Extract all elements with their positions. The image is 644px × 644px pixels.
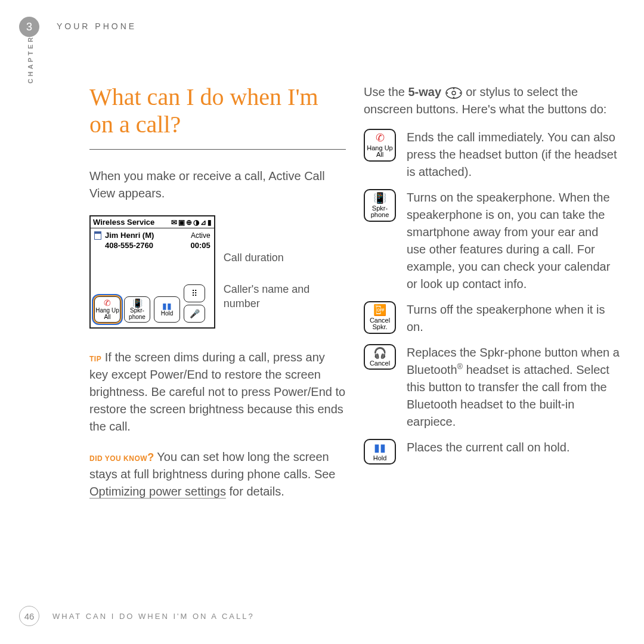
chapter-side-label: CHAPTER xyxy=(27,35,34,83)
svg-point-1 xyxy=(452,91,456,95)
phone-hangup-icon: ✆ xyxy=(104,299,111,308)
footer-title: WHAT CAN I DO WHEN I'M ON A CALL? xyxy=(52,612,255,621)
active-call-figure: Wireless Service ✉ ▣ ⊕ ◑ ⊿ ▮ Jim Henri (… xyxy=(89,215,346,329)
dialpad-icon: ⠿ xyxy=(191,289,197,298)
phone-status-icons: ✉ ▣ ⊕ ◑ ⊿ ▮ xyxy=(171,218,212,227)
dyk-tag: DID YOU KNOW xyxy=(89,454,147,463)
headset-cancel-icon: 🎧 xyxy=(373,348,386,359)
speakerphone-button[interactable]: 📳 Spkr-phone xyxy=(124,296,150,323)
target-icon: ⊕ xyxy=(186,218,192,227)
cancel-bt-icon-label: Cancel xyxy=(370,360,390,367)
cancel-bt-desc: Replaces the Spkr-phone button when a Bl… xyxy=(407,344,620,431)
cancel-spkr-desc: Turns off the speakerphone when it is on… xyxy=(407,301,620,336)
carrier-label: Wireless Service xyxy=(93,218,154,227)
phone-hangup-icon: ✆ xyxy=(376,132,385,144)
page-heading: What can I do when I'm on a call? xyxy=(89,83,346,150)
signal-icon: ⊿ xyxy=(200,218,206,227)
intro-paragraph: When you make or receive a call, Active … xyxy=(89,168,346,202)
hold-desc: Places the current call on hold. xyxy=(407,439,620,456)
call-duration-value: 00:05 xyxy=(190,241,210,250)
right-intro-1: Use the xyxy=(364,85,408,98)
hold-label: Hold xyxy=(161,311,174,317)
contact-card-icon xyxy=(94,231,101,240)
hangup-label: Hang Up All xyxy=(95,308,120,320)
battery-icon: ▮ xyxy=(208,218,212,227)
optimize-power-link[interactable]: Optimizing power settings xyxy=(89,485,226,499)
hangup-icon-label: Hang Up All xyxy=(366,145,394,159)
dialpad-button[interactable]: ⠿ xyxy=(184,284,205,302)
svg-point-3 xyxy=(453,97,454,98)
dyk-text2: for details. xyxy=(226,485,284,498)
five-way-label: 5-way xyxy=(408,85,441,98)
header-title: YOUR PHONE xyxy=(57,21,137,31)
call-status: Active xyxy=(191,231,210,240)
mute-button[interactable]: 🎤 xyxy=(184,305,205,323)
cancel-bt-icon-box: 🎧 Cancel xyxy=(364,344,396,370)
chapter-number-badge: 3 xyxy=(19,17,39,37)
speaker-icon: 📳 xyxy=(373,193,386,204)
hold-button[interactable]: ▮▮ Hold xyxy=(154,296,180,323)
caller-number: 408-555-2760 xyxy=(105,241,153,250)
speaker-off-icon: 📴 xyxy=(373,305,386,316)
page-number: 46 xyxy=(24,611,35,621)
svg-point-5 xyxy=(459,92,460,94)
tip-tag: TIP xyxy=(89,355,101,363)
hangup-desc: Ends the call immediately. You can also … xyxy=(407,129,620,181)
hold-icon-label: Hold xyxy=(373,455,387,462)
callout-duration: Call duration xyxy=(224,251,346,265)
sync-icon: ◑ xyxy=(193,218,199,227)
speaker-icon: 📳 xyxy=(132,299,143,308)
spkr-label: Spkr-phone xyxy=(125,308,150,320)
spkr-icon-box: 📳 Spkr-phone xyxy=(364,189,396,222)
svg-point-2 xyxy=(453,88,454,89)
pause-icon: ▮▮ xyxy=(162,302,172,311)
registered-mark-icon: ® xyxy=(457,362,463,371)
bt-icon: ▣ xyxy=(178,218,185,227)
pause-icon: ▮▮ xyxy=(374,442,386,454)
msg-icon: ✉ xyxy=(171,218,177,227)
phone-screenshot: Wireless Service ✉ ▣ ⊕ ◑ ⊿ ▮ Jim Henri (… xyxy=(89,215,215,329)
page-number-badge: 46 xyxy=(19,606,39,626)
spkr-desc: Turns on the speakerphone. When the spea… xyxy=(407,189,620,293)
hold-icon-box: ▮▮ Hold xyxy=(364,439,396,465)
callout-caller: Caller's name and number xyxy=(224,283,346,311)
mic-icon: 🎤 xyxy=(190,309,200,318)
cancel-spkr-icon-box: 📴 Cancel Spkr. xyxy=(364,301,396,334)
cancel-spkr-icon-label: Cancel Spkr. xyxy=(366,317,394,331)
caller-name: Jim Henri (M) xyxy=(105,231,154,240)
tip-text: If the screen dims during a call, press … xyxy=(89,351,345,433)
hangup-button[interactable]: ✆ Hang Up All xyxy=(94,296,120,323)
right-intro: Use the 5-way or stylus to select the on… xyxy=(364,83,620,118)
tip-block: TIP If the screen dims during a call, pr… xyxy=(89,349,346,500)
hangup-icon-box: ✆ Hang Up All xyxy=(364,129,396,162)
chapter-number: 3 xyxy=(26,21,32,33)
spkr-icon-label: Spkr-phone xyxy=(366,205,394,219)
question-mark-icon: ? xyxy=(147,451,154,463)
svg-point-4 xyxy=(446,92,447,94)
five-way-icon xyxy=(445,86,463,100)
